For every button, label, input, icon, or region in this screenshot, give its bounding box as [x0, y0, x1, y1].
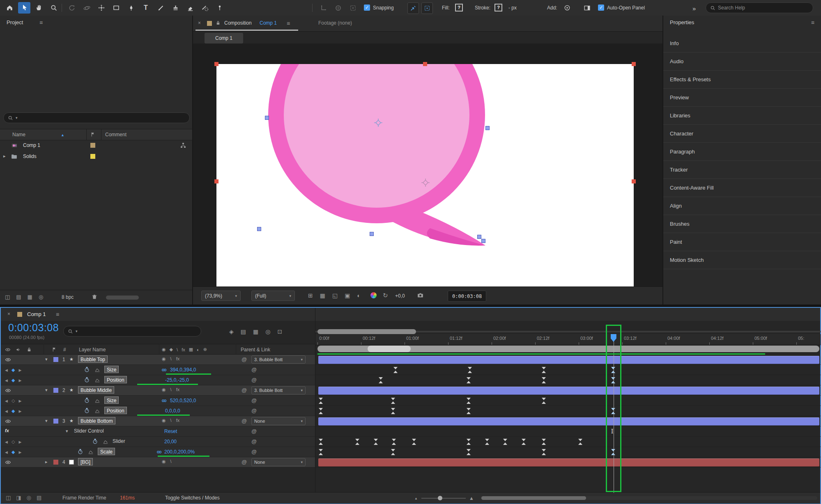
- trash-icon[interactable]: [91, 293, 98, 300]
- keyframe-marker[interactable]: [542, 449, 546, 455]
- timeline-track-area[interactable]: 0:00f00:12f01:00f01:12f02:00f02:12f03:00…: [315, 308, 821, 503]
- shape-handle[interactable]: [477, 235, 481, 239]
- layer-row-bubble-top[interactable]: ▾ 1 ★ Bubble Top ◉\fx @ 3. Bubble Bott▾: [1, 355, 315, 365]
- toggle-switches-button[interactable]: Toggle Switches / Modes: [165, 495, 220, 501]
- composition-viewer[interactable]: [193, 44, 662, 286]
- exposure-value[interactable]: +0,0: [395, 293, 405, 299]
- next-keyframe-icon[interactable]: ▶: [18, 399, 21, 403]
- column-comment[interactable]: Comment: [105, 132, 126, 137]
- layer-row-bubble-bottom[interactable]: ▾ 3 ★ Bubble Bottom ◉\fx @ None▾: [1, 416, 315, 426]
- pan-behind-tool[interactable]: [95, 2, 108, 14]
- keyframe-marker[interactable]: [542, 398, 546, 404]
- keyframe-marker[interactable]: [319, 449, 323, 455]
- timeline-current-time[interactable]: 0:00:03:08: [8, 322, 59, 334]
- pickwhip-icon[interactable]: @: [241, 387, 247, 393]
- brush-tool[interactable]: [154, 2, 167, 14]
- refresh-icon[interactable]: ↻: [383, 292, 388, 299]
- keyframe-marker[interactable]: [578, 439, 583, 445]
- shape-handle[interactable]: [485, 126, 490, 130]
- timeline-zoom-track[interactable]: [421, 498, 466, 499]
- property-row-position[interactable]: ◀◆▶ Position -25,0,-25,0 @: [1, 375, 315, 385]
- search-scope-caret[interactable]: ▾: [16, 116, 18, 120]
- snapshot-camera-icon[interactable]: [417, 292, 424, 299]
- toolbar-overflow-button[interactable]: »: [692, 5, 696, 12]
- pickwhip-icon[interactable]: @: [251, 367, 257, 373]
- zoom-level-dropdown[interactable]: (73,9%)▾: [201, 291, 241, 301]
- stopwatch-icon[interactable]: [84, 397, 90, 403]
- current-time-display[interactable]: 0:00:03:08: [448, 291, 486, 302]
- add-keyframe-icon[interactable]: ◆: [11, 449, 15, 455]
- roto-brush-tool[interactable]: [199, 2, 211, 14]
- layer-row-bubble-middle[interactable]: ▾ 2 ★ Bubble Middle ◉\fx @ 3. Bubble Bot…: [1, 385, 315, 396]
- prev-keyframe-icon[interactable]: ◀: [5, 399, 8, 403]
- pickwhip-icon[interactable]: @: [251, 408, 257, 414]
- keyframe-marker[interactable]: [391, 408, 396, 414]
- layer-name[interactable]: Bubble Top: [78, 355, 108, 363]
- pickwhip-icon[interactable]: @: [251, 438, 257, 444]
- property-value[interactable]: 200,0,200,0%: [164, 449, 195, 455]
- sort-ascending-icon[interactable]: ▲: [61, 133, 64, 137]
- fill-swatch[interactable]: ?: [455, 4, 463, 11]
- add-keyframe-icon[interactable]: ◇: [11, 439, 15, 444]
- column-layer-name[interactable]: Layer Name: [79, 347, 106, 353]
- parent-dropdown[interactable]: None▾: [251, 458, 306, 466]
- property-value[interactable]: 0,0,0,0: [165, 408, 180, 414]
- keyframe-marker[interactable]: [542, 439, 546, 445]
- panel-menu-icon[interactable]: ≡: [287, 20, 290, 27]
- next-keyframe-icon[interactable]: ▶: [18, 450, 21, 454]
- stopwatch-icon[interactable]: [77, 449, 83, 455]
- keyframe-marker[interactable]: [319, 408, 323, 414]
- stopwatch-icon[interactable]: [84, 367, 90, 373]
- pickwhip-icon[interactable]: @: [251, 428, 257, 434]
- stopwatch-icon[interactable]: [92, 438, 98, 444]
- panel-list-item[interactable]: Libraries: [663, 107, 821, 125]
- expander-icon[interactable]: ▾: [45, 387, 48, 393]
- layer-color-swatch[interactable]: [53, 460, 58, 465]
- stopwatch-icon[interactable]: [84, 408, 90, 414]
- pen-tool[interactable]: [125, 2, 137, 14]
- expander-icon[interactable]: ▾: [45, 357, 48, 362]
- parent-dropdown[interactable]: 3. Bubble Bott▾: [251, 386, 306, 394]
- property-name[interactable]: Position: [104, 376, 127, 383]
- auto-open-panel-checkbox[interactable]: ✓: [598, 5, 604, 11]
- column-name[interactable]: Name: [12, 132, 25, 137]
- keyframe-marker[interactable]: [392, 439, 396, 445]
- work-area-segment[interactable]: [368, 346, 411, 352]
- lock-icon[interactable]: [26, 347, 32, 353]
- shape-handle[interactable]: [265, 116, 269, 120]
- eraser-tool[interactable]: [184, 2, 196, 14]
- panel-list-item[interactable]: Paint: [663, 233, 821, 251]
- snapping-checkbox[interactable]: ✓: [364, 5, 370, 11]
- panel-list-item[interactable]: Preview: [663, 89, 821, 107]
- keyframe-marker[interactable]: [522, 439, 526, 445]
- time-navigator-bar[interactable]: [317, 329, 416, 334]
- label-color-swatch[interactable]: [90, 154, 95, 159]
- prev-keyframe-icon[interactable]: ◀: [5, 368, 8, 372]
- keyframe-marker[interactable]: [391, 449, 396, 455]
- selection-tool[interactable]: [18, 2, 30, 14]
- keyframe-marker[interactable]: [467, 377, 471, 383]
- keyframe-marker[interactable]: [467, 408, 471, 414]
- graph-icon[interactable]: [88, 449, 94, 455]
- property-name[interactable]: Size: [104, 396, 119, 404]
- selection-handle[interactable]: [632, 62, 636, 66]
- property-name[interactable]: Size: [104, 366, 119, 373]
- timeline-view-icons[interactable]: ◈▤▦◎⊡: [229, 328, 282, 335]
- zoom-tool[interactable]: [48, 2, 60, 14]
- graph-icon[interactable]: [94, 398, 100, 403]
- panel-list-item[interactable]: Align: [663, 197, 821, 215]
- layer-color-swatch[interactable]: [53, 419, 58, 424]
- expander-icon[interactable]: ▾: [66, 428, 68, 434]
- selection-handle[interactable]: [214, 179, 218, 183]
- project-item-label[interactable]: Solids: [23, 153, 37, 159]
- keyframe-marker[interactable]: [467, 398, 471, 404]
- layer-row-bg[interactable]: ▸ 4 [BG] ◉\ @ None▾: [1, 457, 315, 467]
- search-help-input[interactable]: Search Help: [706, 2, 813, 13]
- eye-icon[interactable]: [5, 418, 11, 424]
- project-footer-slider[interactable]: [106, 296, 139, 300]
- layer-name[interactable]: Bubble Bottom: [78, 417, 115, 424]
- add-keyframe-icon[interactable]: ◆: [11, 408, 15, 414]
- eye-icon[interactable]: [5, 459, 11, 465]
- search-scope-caret[interactable]: ▾: [76, 329, 78, 333]
- keyframe-marker[interactable]: [467, 449, 471, 455]
